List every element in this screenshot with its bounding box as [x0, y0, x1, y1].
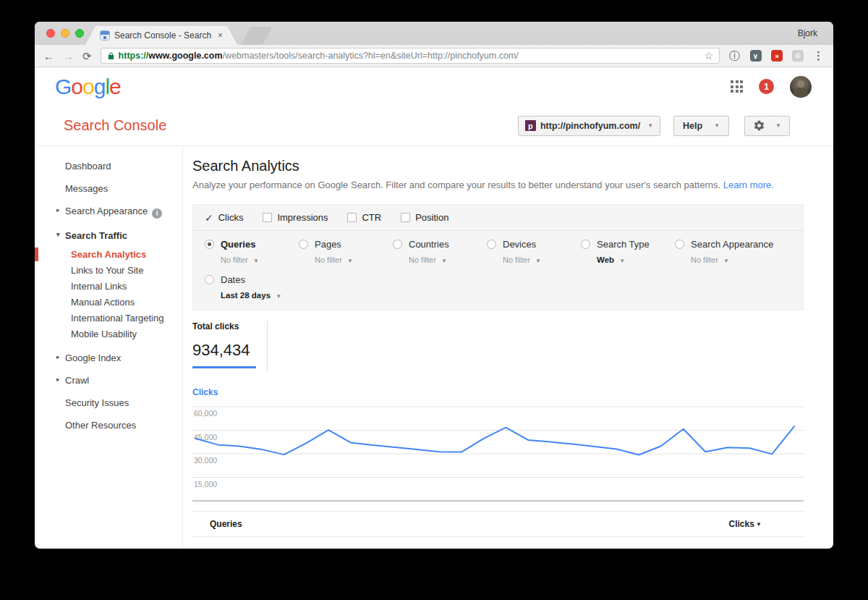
- notification-badge[interactable]: 1: [759, 79, 774, 94]
- browser-tab[interactable]: Search Console - Search Analy ×: [85, 26, 237, 45]
- browser-menu-icon[interactable]: ⋮: [812, 50, 825, 62]
- active-metric-underline: [192, 366, 256, 368]
- sidebar-item-search-appearance[interactable]: ▸Search Appearancei: [35, 200, 182, 224]
- property-url: http://pinchofyum.com/: [540, 121, 640, 131]
- checkbox-icon[interactable]: [347, 213, 357, 222]
- chevron-down-icon: ▼: [347, 258, 353, 264]
- radio-icon[interactable]: [299, 240, 308, 249]
- chevron-down-icon: ▼: [276, 293, 281, 300]
- page-info-icon[interactable]: ⓘ: [728, 50, 741, 62]
- collapsed-arrow-icon: ▸: [56, 206, 60, 214]
- logo-letter: g: [94, 75, 106, 98]
- page-description: Analyze your performance on Google Searc…: [192, 179, 804, 190]
- bookmark-star-icon[interactable]: ☆: [704, 50, 713, 62]
- checkbox-icon[interactable]: [263, 213, 272, 222]
- checkbox-icon[interactable]: [401, 213, 410, 222]
- total-clicks-card[interactable]: Total clicks 934,434: [192, 321, 265, 372]
- main-content: Search Analytics Analyze your performanc…: [183, 146, 833, 549]
- sidebar-item-internal-links[interactable]: Internal Links: [35, 279, 182, 295]
- sidebar-item-google-index[interactable]: ▸Google Index: [35, 347, 182, 369]
- help-button[interactable]: Help ▼: [673, 116, 729, 136]
- sidebar-item-mobile-usability[interactable]: Mobile Usability: [35, 326, 182, 342]
- search-type-filter-dropdown[interactable]: Web ▼: [597, 255, 675, 264]
- reload-icon[interactable]: ⟳: [82, 51, 92, 62]
- chevron-down-icon: ▼: [253, 258, 259, 264]
- metric-clicks[interactable]: ✓Clicks: [205, 212, 243, 223]
- sidebar-item-crawl[interactable]: ▸Crawl: [35, 369, 182, 392]
- learn-more-link[interactable]: Learn more.: [723, 179, 774, 190]
- sidebar-item-search-traffic[interactable]: ▾Search Traffic: [35, 224, 182, 247]
- logo-letter: G: [55, 75, 71, 98]
- tab-bar: Search Console - Search Analy × Bjork: [35, 22, 833, 45]
- sidebar-item-manual-actions[interactable]: Manual Actions: [35, 295, 182, 310]
- url-bar[interactable]: https://www.google.com/webmasters/tools/…: [101, 48, 720, 64]
- radio-icon[interactable]: [393, 240, 402, 249]
- account-avatar[interactable]: [790, 76, 812, 98]
- tab-close-icon[interactable]: ×: [218, 30, 223, 41]
- sidebar-item-international-targeting[interactable]: International Targeting: [35, 310, 182, 326]
- queries-column-header[interactable]: Queries: [210, 519, 242, 529]
- window-controls[interactable]: [46, 29, 84, 38]
- dimension-search-appearance: Search Appearance No filter ▼: [675, 239, 773, 264]
- countries-filter-dropdown[interactable]: No filter ▼: [409, 255, 487, 264]
- forward-icon[interactable]: →: [63, 51, 74, 62]
- logo-letter: o: [82, 75, 94, 98]
- close-window-button[interactable]: [46, 29, 55, 38]
- svg-text:30,000: 30,000: [194, 456, 217, 465]
- queries-filter-dropdown[interactable]: No filter ▼: [221, 255, 299, 264]
- tab-title: Search Console - Search Analy: [114, 30, 213, 41]
- google-logo[interactable]: Google: [55, 75, 121, 99]
- clicks-column-header[interactable]: Clicks ▼: [729, 519, 762, 529]
- sidebar-item-messages[interactable]: Messages: [35, 177, 182, 200]
- filter-panel: ✓Clicks Impressions CTR Position Queries…: [192, 204, 804, 310]
- info-icon[interactable]: i: [152, 208, 162, 219]
- tab-favicon-icon: [100, 30, 110, 41]
- url-scheme: https://: [119, 51, 149, 61]
- sidebar-item-security-issues[interactable]: Security Issues: [35, 392, 182, 414]
- settings-button[interactable]: ▼: [744, 116, 790, 136]
- dimension-search-type: Search Type Web ▼: [581, 239, 675, 264]
- google-bar: Google 1: [35, 67, 833, 106]
- help-label: Help: [683, 121, 702, 131]
- browser-window: Search Console - Search Analy × Bjork ← …: [35, 22, 833, 549]
- metric-impressions[interactable]: Impressions: [263, 212, 328, 223]
- radio-selected-icon[interactable]: [205, 240, 214, 249]
- zoom-window-button[interactable]: [75, 29, 84, 38]
- total-clicks-label: Total clicks: [192, 321, 265, 331]
- chevron-down-icon: ▼: [441, 258, 447, 264]
- dates-filter-dropdown[interactable]: Last 28 days ▼: [221, 291, 299, 300]
- metric-ctr[interactable]: CTR: [347, 212, 381, 223]
- chart-series-label: Clicks: [192, 387, 804, 397]
- dimension-pages: Pages No filter ▼: [299, 239, 393, 264]
- sidebar-item-other-resources[interactable]: Other Resources: [35, 414, 182, 436]
- app-title: Search Console: [64, 117, 166, 134]
- console-header: Search Console p http://pinchofyum.com/ …: [35, 106, 833, 146]
- radio-icon[interactable]: [675, 240, 684, 249]
- extension-icon[interactable]: »: [771, 50, 783, 62]
- pocket-extension-icon[interactable]: ∨: [750, 50, 762, 62]
- pages-filter-dropdown[interactable]: No filter ▼: [315, 255, 393, 264]
- checkmark-icon: ✓: [205, 213, 213, 223]
- sidebar-item-search-analytics[interactable]: Search Analytics: [35, 247, 182, 263]
- devices-filter-dropdown[interactable]: No filter ▼: [503, 255, 581, 264]
- metric-position[interactable]: Position: [401, 212, 448, 223]
- new-tab-button[interactable]: [241, 27, 272, 45]
- minimize-window-button[interactable]: [61, 29, 69, 38]
- radio-icon[interactable]: [581, 240, 590, 249]
- sidebar-item-dashboard[interactable]: Dashboard: [35, 155, 182, 177]
- svg-text:60,000: 60,000: [194, 409, 217, 418]
- back-icon[interactable]: ←: [43, 51, 54, 62]
- property-selector[interactable]: p http://pinchofyum.com/ ▼: [518, 116, 660, 136]
- property-favicon: p: [525, 120, 536, 131]
- clicks-chart: 15,00030,00045,00060,000: [192, 400, 804, 508]
- disabled-extension-icon[interactable]: [792, 50, 804, 62]
- radio-icon[interactable]: [205, 275, 214, 284]
- expanded-arrow-icon: ▾: [56, 231, 60, 238]
- apps-grid-icon[interactable]: [731, 80, 743, 93]
- dimension-queries: Queries No filter ▼: [205, 239, 299, 264]
- search-appearance-filter-dropdown[interactable]: No filter ▼: [691, 255, 773, 264]
- radio-icon[interactable]: [487, 240, 496, 249]
- browser-profile-name[interactable]: Bjork: [798, 28, 817, 38]
- sidebar-item-links-to-your-site[interactable]: Links to Your Site: [35, 263, 182, 279]
- collapsed-arrow-icon: ▸: [56, 376, 60, 383]
